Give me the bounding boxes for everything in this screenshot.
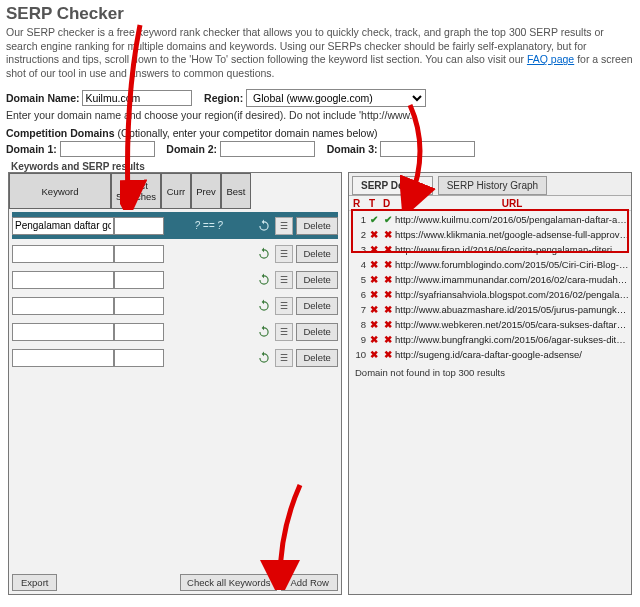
keyword-input[interactable] — [12, 217, 114, 235]
competition-label: Competition Domains — [6, 127, 115, 139]
page-title: SERP Checker — [6, 4, 634, 24]
cross-icon: ✖ — [367, 272, 381, 287]
domain-hint: Enter your domain name and choose your r… — [6, 109, 634, 121]
result-url: http://www.bungfrangki.com/2015/06/agar-… — [395, 332, 629, 347]
cross-icon: ✖ — [367, 287, 381, 302]
rank-number: 1 — [351, 212, 367, 227]
faq-link[interactable]: FAQ page — [527, 53, 574, 65]
details-icon[interactable]: ☰ — [275, 297, 293, 315]
exact-col-header[interactable]: Exact Searches — [111, 173, 161, 209]
refresh-icon[interactable] — [256, 272, 272, 288]
delete-button[interactable]: Delete — [296, 245, 338, 263]
cross-icon: ✖ — [367, 227, 381, 242]
keyword-col-header[interactable]: Keyword — [9, 173, 111, 209]
domain-name-label: Domain Name: — [6, 92, 80, 104]
delete-button[interactable]: Delete — [296, 323, 338, 341]
domain2-label: Domain 2: — [166, 143, 217, 155]
result-url: http://www.webkeren.net/2015/05/cara-suk… — [395, 317, 629, 332]
keyword-input[interactable] — [12, 245, 114, 263]
rank-number: 10 — [351, 347, 367, 362]
exact-searches-input[interactable] — [114, 217, 164, 235]
serp-result-row: 6✖✖http://syafriansahviola.blogspot.com/… — [351, 287, 629, 302]
result-url: http://www.abuazmashare.id/2015/05/jurus… — [395, 302, 629, 317]
serp-result-row: 3✖✖http://www.firan.id/2016/06/cerita-pe… — [351, 242, 629, 257]
cross-icon: ✖ — [367, 302, 381, 317]
exact-searches-input[interactable] — [114, 271, 164, 289]
details-icon[interactable]: ☰ — [275, 245, 293, 263]
refresh-icon[interactable] — [256, 218, 272, 234]
serp-result-row: 5✖✖http://www.imammunandar.com/2016/02/c… — [351, 272, 629, 287]
cross-icon: ✖ — [367, 332, 381, 347]
prev-col-header[interactable]: Prev — [191, 173, 221, 209]
result-url: http://sugeng.id/cara-daftar-google-adse… — [395, 347, 629, 362]
details-icon[interactable]: ☰ — [275, 217, 293, 235]
check-all-button[interactable]: Check all Keywords — [180, 574, 277, 591]
add-row-button[interactable]: Add Row — [281, 574, 338, 591]
col-d: D — [383, 198, 397, 209]
domain1-input[interactable] — [60, 141, 155, 157]
keyword-input[interactable] — [12, 349, 114, 367]
refresh-icon[interactable] — [256, 246, 272, 262]
keyword-input[interactable] — [12, 271, 114, 289]
rank-cells — [164, 349, 253, 367]
domain-name-input[interactable] — [82, 90, 192, 106]
intro-pre: Our SERP checker is a free keyword rank … — [6, 26, 604, 65]
exact-searches-input[interactable] — [114, 297, 164, 315]
exact-searches-input[interactable] — [114, 245, 164, 263]
keyword-row[interactable]: ☰Delete — [12, 346, 338, 369]
details-icon[interactable]: ☰ — [275, 271, 293, 289]
domain3-label: Domain 3: — [327, 143, 378, 155]
keywords-panel-title: Keywords and SERP results — [11, 161, 145, 172]
cross-icon: ✖ — [367, 317, 381, 332]
col-t: T — [369, 198, 383, 209]
region-select[interactable]: Global (www.google.com) — [246, 89, 426, 107]
rank-number: 4 — [351, 257, 367, 272]
refresh-icon[interactable] — [256, 350, 272, 366]
check-icon: ✔ — [381, 212, 395, 227]
curr-col-header[interactable]: Curr — [161, 173, 191, 209]
tab-serp-history[interactable]: SERP History Graph — [438, 176, 548, 195]
refresh-icon[interactable] — [256, 298, 272, 314]
keyword-row[interactable]: ☰Delete — [12, 320, 338, 343]
serp-result-row: 8✖✖http://www.webkeren.net/2015/05/cara-… — [351, 317, 629, 332]
delete-button[interactable]: Delete — [296, 217, 338, 235]
serp-result-rows: 1✔✔http://www.kuilmu.com/2016/05/pengala… — [349, 211, 631, 363]
col-r: R — [353, 198, 369, 209]
keyword-rows: ? == ?☰Delete☰Delete☰Delete☰Delete☰Delet… — [9, 209, 341, 375]
export-button[interactable]: Export — [12, 574, 57, 591]
keyword-row[interactable]: ☰Delete — [12, 242, 338, 265]
rank-cells — [164, 271, 253, 289]
serp-result-row: 7✖✖http://www.abuazmashare.id/2015/05/ju… — [351, 302, 629, 317]
cross-icon: ✖ — [381, 317, 395, 332]
details-icon[interactable]: ☰ — [275, 349, 293, 367]
cross-icon: ✖ — [367, 257, 381, 272]
tab-serp-details[interactable]: SERP Details — [352, 176, 433, 195]
cross-icon: ✖ — [381, 227, 395, 242]
keyword-row[interactable]: ? == ?☰Delete — [12, 212, 338, 239]
delete-button[interactable]: Delete — [296, 271, 338, 289]
rank-number: 6 — [351, 287, 367, 302]
best-col-header[interactable]: Best — [221, 173, 251, 209]
rank-cells — [164, 245, 253, 263]
delete-button[interactable]: Delete — [296, 349, 338, 367]
rank-number: 8 — [351, 317, 367, 332]
rank-cells — [164, 297, 253, 315]
details-icon[interactable]: ☰ — [275, 323, 293, 341]
not-found-text: Domain not found in top 300 results — [349, 363, 631, 382]
delete-button[interactable]: Delete — [296, 297, 338, 315]
cross-icon: ✖ — [381, 257, 395, 272]
keyword-row[interactable]: ☰Delete — [12, 294, 338, 317]
serp-columns-header: R T D URL — [349, 196, 631, 211]
col-url: URL — [397, 198, 627, 209]
rank-number: 2 — [351, 227, 367, 242]
keyword-input[interactable] — [12, 323, 114, 341]
domain3-input[interactable] — [380, 141, 475, 157]
serp-result-row: 1✔✔http://www.kuilmu.com/2016/05/pengala… — [351, 212, 629, 227]
refresh-icon[interactable] — [256, 324, 272, 340]
result-url: http://www.imammunandar.com/2016/02/cara… — [395, 272, 629, 287]
domain2-input[interactable] — [220, 141, 315, 157]
keyword-row[interactable]: ☰Delete — [12, 268, 338, 291]
keyword-input[interactable] — [12, 297, 114, 315]
exact-searches-input[interactable] — [114, 323, 164, 341]
exact-searches-input[interactable] — [114, 349, 164, 367]
